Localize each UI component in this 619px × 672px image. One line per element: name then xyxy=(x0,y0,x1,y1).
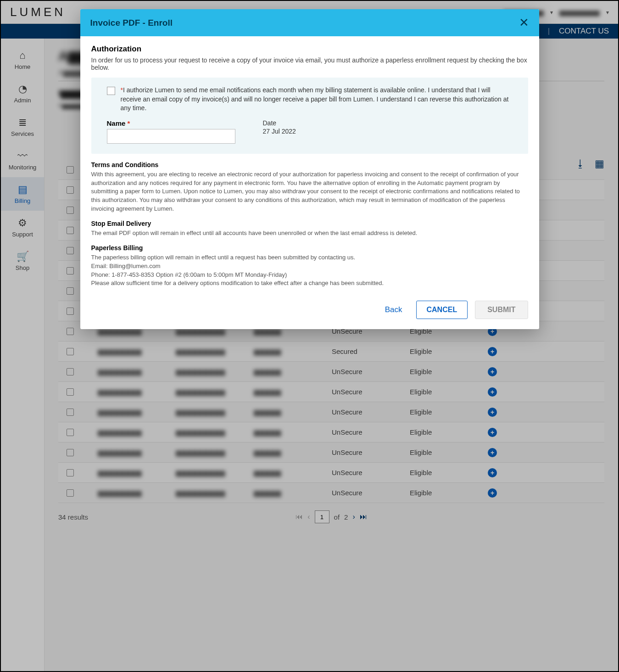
paperless-line-1: The paperless billing option will remain… xyxy=(91,253,528,262)
name-input[interactable] xyxy=(107,129,235,144)
consent-checkbox[interactable] xyxy=(107,87,115,95)
paperless-body: The paperless billing option will remain… xyxy=(91,253,528,288)
name-label: Name * xyxy=(107,119,235,127)
modal-body: Authorization In order for us to process… xyxy=(80,36,539,299)
terms-title: Terms and Conditions xyxy=(91,161,528,168)
paperless-title: Paperless Billing xyxy=(91,244,528,252)
paperless-line-2: Email: Billing@lumen.com xyxy=(91,262,528,271)
modal-footer: Back CANCEL SUBMIT xyxy=(80,299,539,329)
back-button[interactable]: Back xyxy=(379,301,409,319)
paperless-line-4: Please allow sufficient time for a deliv… xyxy=(91,279,528,288)
required-asterisk: * xyxy=(128,119,130,127)
date-column: Date 27 Jul 2022 xyxy=(263,119,296,135)
cancel-button[interactable]: CANCEL xyxy=(416,301,468,319)
auth-heading: Authorization xyxy=(91,45,528,54)
modal-title: Invoice PDF - Enroll xyxy=(90,18,173,28)
auth-subtext: In order for us to process your request … xyxy=(91,56,528,71)
terms-body: With this agreement, you are electing to… xyxy=(91,170,528,213)
close-icon[interactable]: ✕ xyxy=(519,16,529,30)
date-label: Date xyxy=(263,119,296,127)
consent-text: *I authorize Lumen to send me email noti… xyxy=(121,86,513,113)
stop-body: The email PDF option will remain in effe… xyxy=(91,229,528,238)
enroll-modal: Invoice PDF - Enroll ✕ Authorization In … xyxy=(80,9,539,329)
name-column: Name * xyxy=(107,119,235,144)
paperless-line-3: Phone: 1-877-453-8353 Option #2 (6:00am … xyxy=(91,271,528,280)
date-value: 27 Jul 2022 xyxy=(263,128,296,135)
consent-text-content: I authorize Lumen to send me email notif… xyxy=(121,86,509,112)
submit-button: SUBMIT xyxy=(475,301,528,319)
name-date-row: Name * Date 27 Jul 2022 xyxy=(107,119,513,144)
auth-box: *I authorize Lumen to send me email noti… xyxy=(91,78,528,154)
modal-header: Invoice PDF - Enroll ✕ xyxy=(80,9,539,36)
stop-title: Stop Email Delivery xyxy=(91,220,528,227)
consent-row: *I authorize Lumen to send me email noti… xyxy=(107,86,513,113)
